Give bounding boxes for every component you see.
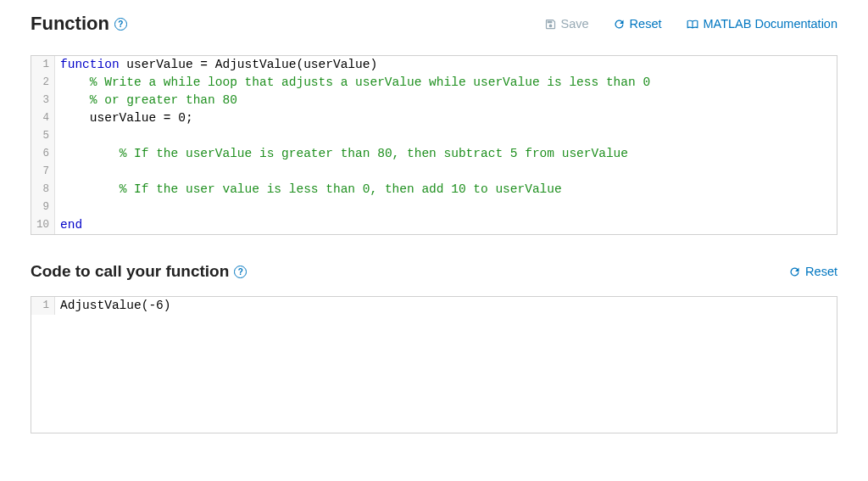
reset-icon (613, 18, 626, 31)
line-number: 6 (31, 145, 55, 163)
code-row: 7 (31, 163, 837, 181)
save-label: Save (561, 17, 589, 31)
code-line[interactable]: % If the userValue is greater than 80, t… (55, 145, 837, 163)
help-icon[interactable]: ? (114, 18, 127, 31)
code-row: 4 userValue = 0; (31, 109, 837, 127)
code-row: 2 % Write a while loop that adjusts a us… (31, 74, 837, 92)
docs-button[interactable]: MATLAB Documentation (686, 17, 838, 31)
call-section-header: Code to call your function ? Reset (31, 262, 837, 281)
code-line[interactable]: % or greater than 80 (55, 92, 837, 109)
function-editor[interactable]: 1function userValue = AdjustValue(userVa… (31, 55, 837, 235)
code-line[interactable] (55, 163, 837, 181)
line-number: 1 (31, 297, 55, 315)
code-row: 9 (31, 199, 837, 216)
save-icon (544, 18, 557, 31)
reset-label-2: Reset (805, 265, 837, 278)
code-line[interactable] (55, 199, 837, 216)
code-row: 10end (31, 216, 837, 234)
line-number: 3 (31, 92, 55, 109)
reset-label: Reset (630, 17, 662, 31)
save-button[interactable]: Save (544, 17, 589, 31)
help-icon[interactable]: ? (234, 266, 247, 278)
reset-icon (788, 266, 801, 278)
code-row: 3 % or greater than 80 (31, 92, 837, 109)
line-number: 4 (31, 109, 55, 127)
code-line[interactable] (55, 127, 837, 145)
code-row: 6 % If the userValue is greater than 80,… (31, 145, 837, 163)
line-number: 1 (31, 56, 55, 74)
line-number: 8 (31, 181, 55, 199)
line-number: 7 (31, 163, 55, 181)
docs-label: MATLAB Documentation (704, 17, 838, 31)
code-row: 1AdjustValue(-6) (31, 297, 837, 315)
line-number: 10 (31, 216, 55, 234)
code-line[interactable]: % Write a while loop that adjusts a user… (55, 74, 837, 92)
call-editor[interactable]: 1AdjustValue(-6) (31, 296, 837, 433)
code-line[interactable]: % If the user value is less than 0, then… (55, 181, 837, 199)
line-number: 9 (31, 199, 55, 216)
code-line[interactable]: userValue = 0; (55, 109, 837, 127)
line-number: 5 (31, 127, 55, 145)
function-header: Function ? Save Reset MATLAB Documentati… (31, 13, 837, 35)
code-row: 8 % If the user value is less than 0, th… (31, 181, 837, 199)
code-row: 1function userValue = AdjustValue(userVa… (31, 56, 837, 74)
code-line[interactable]: end (55, 216, 837, 234)
code-line[interactable]: AdjustValue(-6) (55, 297, 837, 315)
line-number: 2 (31, 74, 55, 92)
code-line[interactable]: function userValue = AdjustValue(userVal… (55, 56, 837, 74)
toolbar: Save Reset MATLAB Documentation (544, 17, 837, 31)
call-section-title: Code to call your function (31, 262, 229, 281)
book-icon (686, 18, 699, 30)
code-row: 5 (31, 127, 837, 145)
call-title-group: Code to call your function ? (31, 262, 247, 281)
section-title: Function (31, 13, 109, 35)
reset-button-2[interactable]: Reset (788, 265, 837, 278)
title-group: Function ? (31, 13, 127, 35)
reset-button[interactable]: Reset (613, 17, 662, 31)
